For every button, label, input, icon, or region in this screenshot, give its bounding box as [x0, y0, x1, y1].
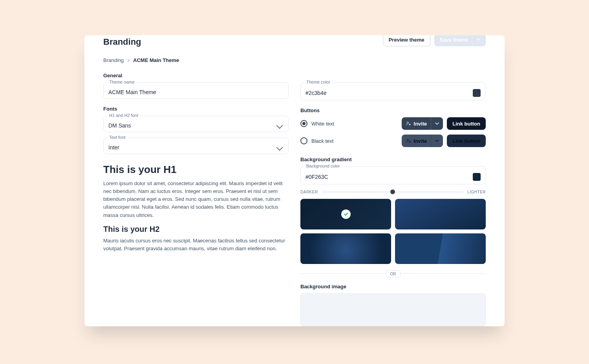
columns: General Theme name ACME Main Theme Fonts…: [103, 73, 486, 326]
preview-h2: This is your H2: [103, 225, 289, 234]
gradient-option-1[interactable]: [300, 199, 391, 229]
link-label: Link button: [452, 121, 480, 127]
bg-color-swatch[interactable]: [473, 173, 481, 181]
top-actions: Preview theme Save theme: [383, 35, 486, 46]
bg-color-field[interactable]: Background color #0F263C: [300, 166, 486, 184]
branding-settings-card: Branding Preview theme Save theme Brandi…: [84, 35, 505, 326]
bg-image-upload[interactable]: [300, 293, 486, 326]
section-bg-image: Background image: [300, 284, 486, 289]
black-text-label: Black text: [311, 138, 333, 144]
svg-point-2: [407, 139, 408, 141]
chevron-down-icon: [276, 144, 283, 151]
theme-name-value: ACME Main Theme: [108, 89, 284, 95]
svg-point-0: [407, 122, 408, 124]
sample-invite-white: Invite: [402, 117, 443, 130]
theme-color-field[interactable]: Theme color #2c3b4e: [300, 82, 486, 100]
gradient-option-2[interactable]: [395, 199, 486, 229]
white-text-row: White text Invite Link button: [300, 117, 486, 130]
h-font-value: DM Sans: [108, 122, 277, 129]
bg-color-label: Background color: [305, 164, 342, 168]
breadcrumb-root[interactable]: Branding: [103, 57, 124, 63]
text-font-value: Inter: [108, 144, 277, 151]
theme-color-label: Theme color: [305, 80, 332, 84]
text-font-label: Text font: [108, 135, 127, 140]
check-icon: [341, 209, 351, 219]
shade-slider-row: DARKER LIGHTER: [300, 190, 486, 194]
black-sample-group: Invite Link button: [402, 135, 486, 147]
left-column: General Theme name ACME Main Theme Fonts…: [103, 73, 289, 326]
shade-slider[interactable]: [322, 192, 463, 192]
or-label: OR: [386, 270, 401, 278]
preview-theme-button[interactable]: Preview theme: [383, 35, 430, 46]
user-plus-icon: [406, 138, 411, 144]
save-theme-label: Save theme: [440, 37, 468, 43]
text-font-select[interactable]: Text font Inter: [103, 138, 289, 154]
or-divider: OR: [300, 270, 486, 277]
invite-label: Invite: [413, 121, 427, 127]
radio-black-text[interactable]: [300, 137, 307, 144]
breadcrumb-current: ACME Main Theme: [133, 57, 179, 63]
breadcrumb: Branding ACME Main Theme: [103, 57, 486, 63]
chevron-down-icon: [472, 35, 480, 46]
gradient-options: [300, 199, 486, 264]
chevron-down-icon: [431, 135, 443, 147]
chevron-down-icon: [431, 117, 443, 130]
theme-color-swatch[interactable]: [473, 89, 481, 97]
preview-theme-label: Preview theme: [389, 37, 424, 43]
user-plus-icon: [406, 121, 411, 126]
save-theme-button[interactable]: Save theme: [434, 35, 486, 46]
radio-white-text[interactable]: [300, 120, 307, 127]
right-column: . Theme color #2c3b4e Buttons White text…: [300, 73, 486, 326]
sample-link-white: Link button: [447, 117, 486, 130]
white-sample-group: Invite Link button: [402, 117, 486, 130]
gradient-option-3[interactable]: [300, 233, 391, 264]
section-buttons: Buttons: [300, 107, 486, 113]
section-gradient: Background gradient: [300, 157, 486, 162]
bg-color-value: #0F263C: [305, 174, 473, 180]
darker-label: DARKER: [300, 190, 318, 194]
h-font-select[interactable]: H1 and H2 font DM Sans: [103, 116, 289, 132]
invite-label: Invite: [413, 138, 427, 144]
page-title: Branding: [103, 37, 141, 47]
chevron-down-icon: [276, 122, 283, 129]
white-text-label: White text: [311, 121, 334, 127]
black-text-row: Black text Invite Link button: [300, 135, 486, 147]
sample-invite-black: Invite: [402, 135, 443, 147]
link-label: Link button: [452, 138, 480, 144]
section-general: General: [103, 73, 289, 78]
theme-name-label: Theme name: [108, 80, 136, 84]
lighter-label: LIGHTER: [467, 190, 486, 194]
theme-name-field[interactable]: Theme name ACME Main Theme: [103, 82, 289, 99]
preview-paragraph-2: Mauris iaculis cursus eros nec suscipit.…: [103, 237, 289, 253]
slider-thumb[interactable]: [390, 189, 395, 194]
sample-link-black: Link button: [447, 135, 486, 147]
section-fonts: Fonts: [103, 106, 289, 112]
top-bar: Branding Preview theme Save theme: [103, 35, 486, 46]
chevron-right-icon: [127, 57, 130, 63]
h-font-label: H1 and H2 font: [108, 113, 140, 118]
theme-color-value: #2c3b4e: [305, 90, 473, 96]
gradient-option-4[interactable]: [395, 233, 486, 264]
preview-paragraph-1: Lorem ipsum dolor sit amet, consectetur …: [103, 180, 289, 219]
preview-h1: This is your H1: [103, 164, 289, 176]
